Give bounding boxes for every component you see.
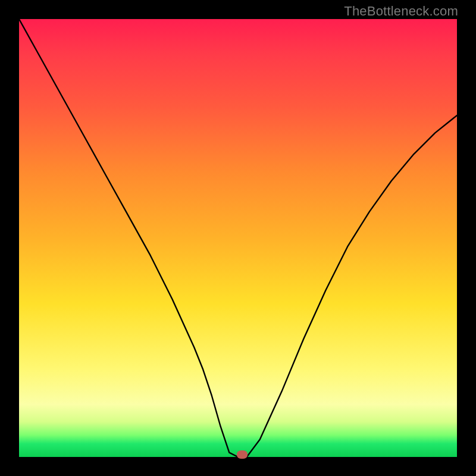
plot-area [19, 19, 457, 457]
minimum-marker [237, 450, 248, 459]
bottleneck-curve [19, 19, 457, 457]
watermark-text: TheBottleneck.com [344, 4, 458, 19]
chart-frame: TheBottleneck.com [0, 0, 476, 476]
